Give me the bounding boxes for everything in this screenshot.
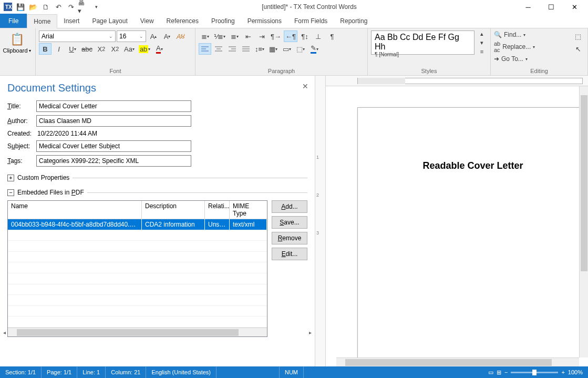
clear-format-button[interactable]: A૪	[174, 30, 187, 42]
app-icon[interactable]: TX	[2, 1, 14, 13]
pointer-icon[interactable]: ↖	[572, 43, 584, 55]
frame-button[interactable]: ⬚ ▾	[294, 43, 307, 55]
status-language[interactable]: English (United States)	[146, 366, 216, 378]
author-input[interactable]	[36, 115, 191, 127]
underline-button[interactable]: U ▾	[66, 43, 79, 55]
subscript-button[interactable]: X2	[95, 43, 108, 55]
change-case-button[interactable]: Aa ▾	[122, 43, 136, 55]
tags-input[interactable]	[36, 155, 191, 167]
panel-close-button[interactable]: ✕	[302, 82, 308, 90]
tab-insert[interactable]: Insert	[57, 14, 86, 28]
status-num[interactable]: NUM	[280, 366, 304, 378]
undo-icon[interactable]: ↶	[53, 1, 64, 13]
custom-props-header[interactable]: +Custom Properties	[7, 174, 307, 181]
zoom-value[interactable]: 100%	[568, 369, 583, 375]
rtl-button[interactable]: ←¶	[284, 30, 297, 42]
document-viewport[interactable]: Readable Cover Letter	[326, 76, 588, 366]
find-button[interactable]: 🔍Find... ▾	[494, 30, 570, 39]
tab-home[interactable]: Home	[27, 14, 57, 28]
tab-proofing[interactable]: Proofing	[205, 14, 241, 28]
remove-button[interactable]: Remove	[272, 232, 307, 244]
tab-permissions[interactable]: Permissions	[241, 14, 288, 28]
col-mime[interactable]: MIME Type	[230, 201, 267, 219]
minimize-button[interactable]: ─	[517, 0, 540, 14]
view-web-icon[interactable]: ⊞	[497, 369, 501, 376]
status-page[interactable]: Page: 1/1	[42, 366, 77, 378]
font-size-combo[interactable]: 16⌄	[117, 30, 146, 42]
align-left-button[interactable]	[199, 43, 211, 55]
superscript-button[interactable]: X2	[109, 43, 121, 55]
align-right-button[interactable]	[226, 43, 239, 55]
zoom-out-button[interactable]: −	[504, 369, 508, 375]
font-color-button[interactable]: A ▾	[153, 43, 166, 55]
shrink-font-button[interactable]: A▾	[161, 30, 173, 42]
italic-button[interactable]: I	[53, 43, 65, 55]
font-name-combo[interactable]: Arial⌄	[39, 30, 116, 42]
edit-button[interactable]: Edit...	[272, 248, 307, 260]
vertical-ruler[interactable]: 123	[315, 76, 326, 366]
numbering-button[interactable]: ⅟≣ ▾	[212, 30, 227, 42]
add-button[interactable]: Add...	[272, 200, 307, 213]
grow-font-button[interactable]: A▴	[147, 30, 160, 42]
sort-button[interactable]: ¶↕	[298, 30, 311, 42]
document-page[interactable]: Readable Cover Letter	[357, 107, 588, 366]
style-down-icon[interactable]: ▾	[477, 39, 487, 47]
save-button[interactable]: Save...	[272, 216, 307, 229]
subject-input[interactable]	[36, 140, 191, 152]
status-line[interactable]: Line: 1	[77, 366, 106, 378]
grid-body[interactable]: 004bb033-b948-4f4c-b5bf-a8dbd7d8dd40.xml…	[8, 219, 267, 328]
tab-references[interactable]: References	[160, 14, 205, 28]
qat-more-icon[interactable]: ▾	[90, 1, 102, 13]
decrease-indent-button[interactable]: ⇤	[242, 30, 254, 42]
scroll-thumb[interactable]	[17, 329, 239, 336]
line-spacing-button[interactable]: ↕≡ ▾	[253, 43, 266, 55]
clipboard-button[interactable]: 📋 Clipboard▾	[3, 30, 30, 54]
scroll-left-icon[interactable]: ◂	[7, 328, 9, 337]
col-rel[interactable]: Relati...	[205, 201, 230, 219]
ltr-button[interactable]: ¶→	[269, 30, 283, 42]
replace-button[interactable]: abacReplace... ▾	[494, 40, 570, 54]
doc-vscroll[interactable]	[579, 86, 588, 357]
style-up-icon[interactable]: ▴	[477, 30, 487, 38]
strike-button[interactable]: abc	[80, 43, 94, 55]
embedded-files-header[interactable]: −Embedded Files in PDF	[7, 189, 307, 196]
border-color-button[interactable]: ✎ ▾	[308, 43, 321, 55]
new-icon[interactable]: 🗋	[40, 1, 51, 13]
redo-icon[interactable]: ↷	[65, 1, 77, 13]
style-more-icon[interactable]: ≡	[477, 48, 487, 55]
print-icon[interactable]: 🖶 ▾	[78, 1, 89, 13]
table-row[interactable]: 004bb033-b948-4f4c-b5bf-a8dbd7d8dd40.xml…	[8, 219, 267, 230]
shading-button[interactable]: ▦ ▾	[267, 43, 280, 55]
tab-reporting[interactable]: Reporting	[334, 14, 374, 28]
open-icon[interactable]: 📂	[27, 1, 39, 13]
status-section[interactable]: Section: 1/1	[0, 366, 42, 378]
borders-button[interactable]: ▭ ▾	[281, 43, 293, 55]
maximize-button[interactable]: ☐	[540, 0, 563, 14]
align-justify-button[interactable]	[240, 43, 252, 55]
grid-hscroll[interactable]: ◂ ▸	[8, 328, 267, 336]
highlight-button[interactable]: ab ▾	[137, 43, 152, 55]
title-input[interactable]	[36, 100, 191, 112]
zoom-in-button[interactable]: +	[561, 369, 564, 375]
status-column[interactable]: Column: 21	[106, 366, 146, 378]
bullets-button[interactable]: ≣ ▾	[199, 30, 211, 42]
zoom-slider[interactable]	[511, 372, 558, 373]
scroll-thumb[interactable]	[581, 95, 587, 271]
show-marks-button[interactable]: ¶	[326, 30, 338, 42]
save-icon[interactable]: 💾	[15, 1, 26, 13]
tabs-button[interactable]: ⊥	[312, 30, 325, 42]
increase-indent-button[interactable]: ⇥	[255, 30, 268, 42]
tab-file[interactable]: File	[0, 14, 27, 28]
view-page-icon[interactable]: ▭	[488, 369, 493, 376]
style-preview[interactable]: Aa Bb Cc Dd Ee Ff Gg Hh ¶ [Normal]	[371, 30, 474, 55]
tab-page-layout[interactable]: Page Layout	[86, 14, 133, 28]
goto-button[interactable]: ➜Go To... ▾	[494, 55, 570, 63]
col-desc[interactable]: Description	[142, 201, 205, 219]
horizontal-ruler[interactable]	[326, 76, 588, 86]
align-center-button[interactable]	[212, 43, 225, 55]
scroll-thumb[interactable]	[345, 359, 552, 366]
select-icon[interactable]: ⬚	[572, 30, 584, 42]
bold-button[interactable]: B	[39, 43, 51, 55]
close-button[interactable]: ✕	[563, 0, 586, 14]
tab-view[interactable]: View	[134, 14, 160, 28]
